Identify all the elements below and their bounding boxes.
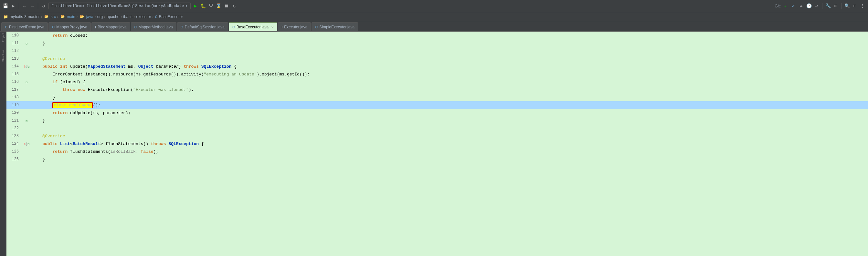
tab-label: SimpleExecutor.java <box>319 25 354 29</box>
tab-executor[interactable]: I Executor.java <box>278 22 311 31</box>
line-row: 114↑@◽ public int update(MappedStatement… <box>6 63 868 70</box>
code-line-content: public int update(MappedStatement ms, Ob… <box>30 63 868 70</box>
code-text: closed; <box>67 33 88 38</box>
keyword: false <box>141 149 153 154</box>
breadcrumb-executor[interactable]: executor <box>136 14 151 19</box>
refresh-icon[interactable]: ↺ <box>41 3 46 9</box>
run-icon[interactable]: ▶ <box>10 3 16 9</box>
tab-label: BlogMapper.java <box>98 25 126 29</box>
fold-icon[interactable]: ◽ <box>28 65 30 69</box>
code-line-content <box>30 47 868 55</box>
search-icon[interactable]: 🔍 <box>844 3 850 9</box>
code-line-content: @Override <box>30 132 868 140</box>
tab-simpleexecutor[interactable]: C SimpleExecutor.java <box>312 22 358 31</box>
code-text <box>58 142 60 146</box>
gutter-cell <box>23 101 30 109</box>
line-number: 119 <box>6 101 23 109</box>
debug-icon[interactable]: 🐛 <box>200 3 206 9</box>
wrench-icon[interactable]: 🔧 <box>825 3 831 9</box>
undo-icon[interactable]: ↩ <box>814 3 819 9</box>
code-line-content <box>30 124 868 132</box>
rerun-icon[interactable]: ↻ <box>231 3 237 9</box>
breadcrumb-apache[interactable]: apache <box>106 14 119 19</box>
fold-icon[interactable]: ◽ <box>26 119 28 123</box>
code-text: } <box>42 157 45 162</box>
tab-mappermethod[interactable]: C MapperMethod.java <box>131 22 177 31</box>
forward-icon[interactable]: → <box>29 3 35 9</box>
save-icon[interactable]: 💾 <box>3 3 8 9</box>
project-label[interactable]: Project <box>2 33 5 42</box>
highlighted-method: clearLocalCache <box>52 102 93 108</box>
main-area: Project Structure 110 return closed;111◽… <box>0 32 868 256</box>
src-folder-icon: 📂 <box>43 14 50 20</box>
clock-icon[interactable]: 🕐 <box>806 3 812 9</box>
structure-label[interactable]: Structure <box>2 50 5 62</box>
breadcrumb-sep-6: › <box>121 14 122 19</box>
code-text: { <box>199 142 204 146</box>
toolbar-sep-1 <box>19 3 19 9</box>
debug-run-icon[interactable]: ▶ <box>193 3 198 9</box>
fold-icon[interactable]: ◽ <box>26 80 28 84</box>
fold-icon[interactable]: ◽ <box>26 42 28 45</box>
breadcrumb-class[interactable]: BaseExecutor <box>159 14 183 19</box>
tab-mapperproxy[interactable]: C MapperProxy.java <box>49 22 91 31</box>
tab-close-icon[interactable]: ✕ <box>271 26 274 29</box>
method-selector[interactable]: FirstLevelDemo.firstLevelDemoSameSqlSess… <box>49 3 191 9</box>
gutter-cell <box>23 32 30 39</box>
git-merge-icon[interactable]: ⇌ <box>798 3 804 9</box>
keyword: return <box>52 111 67 115</box>
keyword: return <box>52 149 67 154</box>
gutter-cell: ◽ <box>23 78 30 86</box>
code-line-content: ErrorContext.instance().resource(ms.getR… <box>30 70 868 78</box>
git-tick-icon[interactable]: ✔ <box>790 3 796 9</box>
type-name: Object <box>138 64 154 69</box>
breadcrumb-java[interactable]: java <box>86 14 93 19</box>
tab-defaultsqlsession[interactable]: C DefaultSqlSession.java <box>177 22 228 31</box>
code-text: { <box>231 64 237 69</box>
code-line-content: return flushStatements(isRollBack: false… <box>30 148 868 155</box>
back-icon[interactable]: ← <box>22 3 28 9</box>
breadcrumb-ibatis[interactable]: ibatis <box>123 14 132 19</box>
layout-icon[interactable]: ⊞ <box>833 3 839 9</box>
fold-icon[interactable]: ◽ <box>28 142 30 146</box>
find-replace-icon[interactable]: ⊟ <box>852 3 858 9</box>
line-number: 118 <box>6 94 23 101</box>
code-text: .instance().resource(ms.getResource()).a… <box>83 72 204 77</box>
coverage-icon[interactable]: ⛉ <box>208 3 214 9</box>
line-number: 123 <box>6 132 23 140</box>
code-text: doUpdate(ms, parameter); <box>67 111 130 115</box>
code-line-content: return closed; <box>30 32 868 39</box>
profile-icon[interactable]: ⌛ <box>216 3 222 9</box>
code-text: ErrorContext <box>52 72 83 77</box>
breadcrumb-sep-1: › <box>41 14 42 19</box>
breadcrumb-src[interactable]: src <box>51 14 56 19</box>
tab-baseexecutor[interactable]: C BaseExecutor.java ✕ <box>229 22 277 31</box>
tabs-bar: C FirstLevelDemo.java C MapperProxy.java… <box>0 21 868 32</box>
breadcrumb-org[interactable]: org <box>97 14 103 19</box>
line-number: 114 <box>6 63 23 70</box>
tab-blogmapper[interactable]: I BlogMapper.java <box>91 22 130 31</box>
line-row: 125 return flushStatements(isRollBack: f… <box>6 148 868 155</box>
line-number: 120 <box>6 109 23 117</box>
project-icon: 📁 <box>3 14 8 20</box>
tab-label: FirstLevelDemo.java <box>9 25 44 29</box>
more-icon[interactable]: ⋮ <box>860 3 865 9</box>
tab-label: BaseExecutor.java <box>237 25 269 29</box>
stop-icon[interactable]: ⏹ <box>224 3 229 9</box>
gutter-cell: ◽ <box>23 39 30 47</box>
gutter-cell <box>23 124 30 132</box>
tab-firstleveldemo[interactable]: C FirstLevelDemo.java <box>1 22 48 31</box>
code-text: ExecutorException( <box>85 87 133 92</box>
toolbar-sep-3 <box>822 3 823 9</box>
line-row: 118 } <box>6 94 868 101</box>
annotation: @Override <box>42 134 65 139</box>
code-line-content: } <box>30 39 868 47</box>
code-text: ) <box>179 64 184 69</box>
code-line-content: } <box>30 155 868 163</box>
code-editor[interactable]: 110 return closed;111◽ }112113 @Override… <box>6 32 868 256</box>
breadcrumb-project[interactable]: mybatis-3-master <box>10 14 40 19</box>
code-text: < <box>70 142 73 146</box>
git-check-icon[interactable]: ✓ <box>783 3 788 9</box>
breadcrumb-main[interactable]: main <box>67 14 75 19</box>
tab-label: Executor.java <box>284 25 307 29</box>
